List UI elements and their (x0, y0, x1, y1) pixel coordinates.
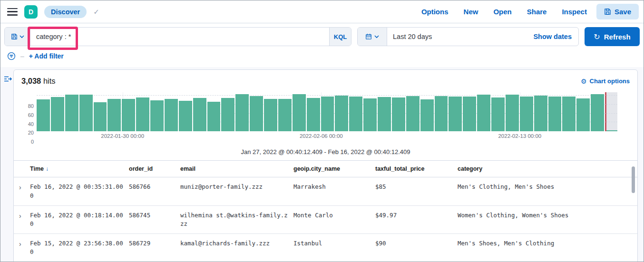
y-tick-label: 80 (28, 103, 34, 109)
histogram-bar[interactable] (491, 97, 505, 131)
date-quick-select-button[interactable] (358, 28, 387, 46)
space-avatar[interactable]: D (24, 5, 38, 19)
nav-link-new[interactable]: New (458, 5, 484, 19)
breadcrumb[interactable]: Discover (44, 6, 87, 18)
histogram-bar[interactable] (51, 97, 64, 131)
table-row: ›Feb 16, 2022 @ 00:18:14.000586745wilhem… (14, 206, 637, 234)
histogram-bar[interactable] (463, 97, 476, 131)
filter-row: – + Add filter (0, 50, 644, 66)
current-time-partial-bucket[interactable] (605, 92, 617, 131)
histogram-bar[interactable] (591, 94, 604, 131)
histogram-bar[interactable] (136, 97, 149, 131)
hits-label: hits (43, 77, 56, 85)
bars-container (37, 92, 617, 131)
chevron-down-icon (374, 35, 379, 39)
column-header-category[interactable]: category (458, 161, 637, 177)
table-cell: $90 (375, 234, 458, 262)
histogram-bar[interactable] (150, 100, 164, 131)
nav-link-inspect[interactable]: Inspect (556, 5, 593, 19)
histogram-bar[interactable] (179, 101, 192, 131)
column-header-email[interactable]: email (180, 161, 293, 177)
row-expander-button[interactable]: › (14, 206, 30, 233)
unified-search-bar: category : * KQL Last 20 days Show dates… (0, 23, 644, 50)
column-header-taxful-total-price[interactable]: taxful_total_price (375, 161, 458, 177)
row-expander-button[interactable]: › (14, 234, 30, 262)
histogram-bar[interactable] (378, 97, 391, 131)
x-tick-label: 2022-01-30 00:00 (101, 133, 144, 139)
save-button[interactable]: Save (596, 4, 639, 19)
histogram-bar[interactable] (79, 95, 93, 131)
table-cell: Istanbul (293, 234, 375, 262)
saved-query-menu-button[interactable] (5, 28, 30, 46)
column-header-time[interactable]: Time↓ (30, 161, 129, 177)
histogram-bar[interactable] (406, 96, 420, 131)
nav-link-open[interactable]: Open (488, 5, 517, 19)
histogram-bar[interactable] (221, 98, 234, 131)
query-input[interactable]: category : * (30, 28, 329, 46)
histogram-bar[interactable] (94, 102, 107, 132)
filter-dash-icon: – (20, 52, 24, 60)
histogram-bar[interactable] (520, 97, 533, 131)
histogram-bar[interactable] (477, 95, 490, 131)
histogram-bar[interactable] (122, 99, 135, 131)
histogram-bar[interactable] (576, 98, 590, 131)
query-language-badge[interactable]: KQL (329, 28, 351, 46)
results-panel: 3,038 hits ⚙ Chart options 020406080 202… (13, 69, 638, 262)
histogram-bar[interactable] (363, 98, 377, 131)
filter-menu-icon[interactable] (7, 52, 16, 60)
table-cell: muniz@porter-family.zzz (180, 177, 293, 205)
histogram-bar[interactable] (278, 99, 292, 131)
nav-link-share[interactable]: Share (521, 5, 553, 19)
h-gridline (37, 95, 617, 96)
results-table: Time↓order_idemailgeoip.city_nametaxful_… (14, 160, 637, 262)
expand-sidebar-icon[interactable] (4, 75, 12, 83)
histogram-bar[interactable] (107, 99, 121, 131)
table-cell: Women's Clothing, Women's Shoes (458, 206, 637, 233)
histogram-bar[interactable] (449, 97, 462, 131)
expander-header-cell (14, 161, 30, 177)
sort-desc-icon[interactable]: ↓ (46, 165, 49, 172)
histogram-bar[interactable] (264, 99, 277, 131)
histogram-bar[interactable] (307, 98, 320, 131)
histogram-bar[interactable] (293, 94, 306, 131)
histogram-bar[interactable] (37, 99, 50, 131)
top-bar: D Discover ✓ OptionsNewOpenShareInspect … (0, 0, 644, 23)
histogram-bar[interactable] (548, 97, 562, 131)
histogram-bar[interactable] (392, 97, 405, 131)
histogram-bar[interactable] (420, 99, 434, 131)
histogram-bar[interactable] (534, 96, 547, 131)
table-cell: Monte Carlo (293, 206, 375, 233)
results-header: 3,038 hits ⚙ Chart options (14, 70, 637, 88)
histogram-bar[interactable] (349, 97, 362, 131)
histogram-bar[interactable] (165, 99, 178, 131)
histogram-bar[interactable] (321, 97, 334, 131)
date-range-value[interactable]: Last 20 days (387, 28, 527, 46)
histogram-bar[interactable] (193, 98, 206, 131)
column-header-order-id[interactable]: order_id (129, 161, 180, 177)
add-filter-button[interactable]: + Add filter (29, 52, 64, 60)
histogram-bar[interactable] (250, 96, 263, 131)
menu-icon[interactable] (7, 8, 18, 16)
nav-link-options[interactable]: Options (416, 5, 454, 19)
histogram-bar[interactable] (207, 102, 221, 131)
topbar-left: D Discover ✓ (7, 5, 99, 19)
histogram-bar[interactable] (506, 95, 519, 131)
histogram-bar[interactable] (335, 96, 348, 131)
table-scrollbar[interactable] (632, 166, 635, 193)
histogram-bar[interactable] (562, 97, 576, 131)
chevron-down-icon (20, 35, 24, 39)
check-icon: ✓ (93, 8, 99, 16)
histogram-bar[interactable] (435, 96, 448, 131)
save-icon (604, 8, 611, 15)
row-expander-button[interactable]: › (14, 177, 30, 205)
chart-options-button[interactable]: ⚙ Chart options (581, 78, 630, 85)
histogram-bar[interactable] (235, 94, 249, 131)
refresh-button[interactable]: ↻ Refresh (585, 27, 640, 46)
y-axis: 020406080 (19, 92, 37, 142)
column-header-geoip-city-name[interactable]: geoip.city_name (293, 161, 375, 177)
table-row: ›Feb 16, 2022 @ 00:35:31.000586766muniz@… (14, 177, 637, 205)
save-label: Save (615, 8, 631, 16)
histogram-bar[interactable] (65, 95, 78, 131)
show-dates-button[interactable]: Show dates (527, 28, 578, 46)
chart-options-label: Chart options (590, 78, 630, 85)
